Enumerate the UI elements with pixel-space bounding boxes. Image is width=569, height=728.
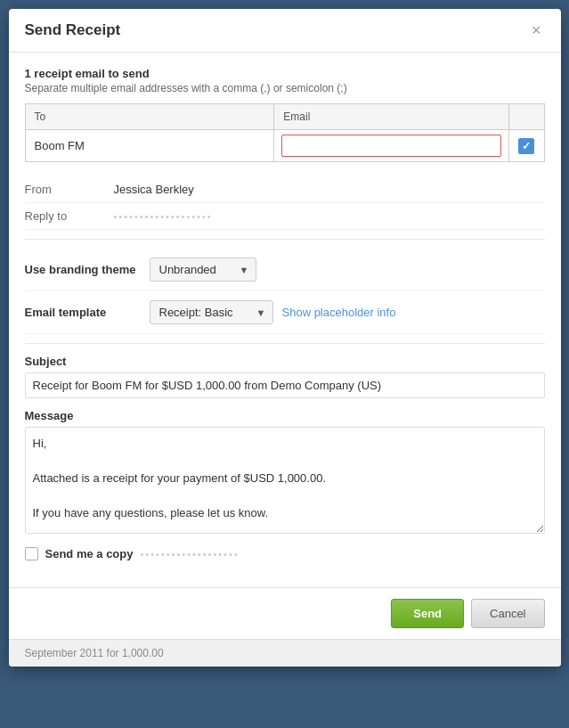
subject-input[interactable]	[25, 372, 545, 398]
subject-section: Subject	[25, 355, 545, 398]
message-label: Message	[25, 409, 545, 422]
message-section: Message Hi, Attached is a receipt for yo…	[25, 409, 545, 536]
send-copy-checkbox[interactable]	[25, 547, 38, 560]
template-select-wrapper: Receipt: Basic Receipt: Detailed ▼	[150, 300, 273, 324]
modal-wrapper: Send Receipt × 1 receipt email to send S…	[0, 0, 569, 728]
subject-label: Subject	[25, 355, 545, 368]
placeholder-link[interactable]: Show placeholder info	[282, 306, 396, 319]
close-button[interactable]: ×	[528, 22, 545, 38]
template-label: Email template	[25, 306, 150, 319]
divider2	[25, 343, 545, 344]
reply-to-row: Reply to •••••••••••••••••••	[25, 203, 545, 230]
branding-row: Use branding theme Unbranded Default ▼	[25, 249, 545, 291]
email-input[interactable]	[281, 135, 500, 157]
col-to-header: To	[25, 104, 274, 130]
recipients-table: To Email Boom FM	[25, 103, 545, 162]
send-copy-label: Send me a copy	[45, 547, 134, 560]
branding-label: Use branding theme	[25, 263, 150, 276]
reply-to-value: •••••••••••••••••••	[114, 211, 213, 222]
checkbox-cell	[508, 130, 544, 162]
email-cell	[274, 130, 508, 162]
modal-body: 1 receipt email to send Separate multipl…	[9, 53, 561, 587]
modal-footer: Send Cancel	[9, 587, 561, 639]
reply-to-label: Reply to	[25, 209, 114, 223]
modal-header: Send Receipt ×	[9, 9, 561, 53]
from-value: Jessica Berkley	[114, 183, 194, 196]
template-select[interactable]: Receipt: Basic Receipt: Detailed	[150, 300, 273, 324]
col-checkbox-header	[508, 104, 544, 130]
recipient-checkbox[interactable]	[518, 138, 534, 154]
recipient-name: Boom FM	[25, 130, 274, 162]
send-copy-row: Send me a copy •••••••••••••••••••	[25, 547, 545, 560]
cancel-button[interactable]: Cancel	[471, 599, 544, 628]
col-email-header: Email	[274, 104, 508, 130]
from-label: From	[25, 183, 114, 196]
send-copy-email: •••••••••••••••••••	[140, 549, 239, 560]
branding-select-wrapper: Unbranded Default ▼	[150, 258, 256, 282]
message-textarea[interactable]: Hi, Attached is a receipt for your payme…	[25, 427, 545, 534]
send-receipt-modal: Send Receipt × 1 receipt email to send S…	[9, 9, 561, 667]
receipt-hint: Separate multiple email addresses with a…	[25, 82, 545, 94]
receipt-count: 1 receipt email to send	[25, 67, 545, 80]
modal-title: Send Receipt	[25, 21, 121, 39]
branding-select[interactable]: Unbranded Default	[150, 258, 256, 282]
bottom-bar-text: September 2011 for 1,000.00	[25, 647, 164, 659]
from-row: From Jessica Berkley	[25, 176, 545, 203]
send-button[interactable]: Send	[391, 599, 464, 628]
template-row: Email template Receipt: Basic Receipt: D…	[25, 291, 545, 334]
divider	[25, 239, 545, 240]
bottom-bar: September 2011 for 1,000.00	[9, 639, 561, 667]
table-row: Boom FM	[25, 130, 544, 162]
